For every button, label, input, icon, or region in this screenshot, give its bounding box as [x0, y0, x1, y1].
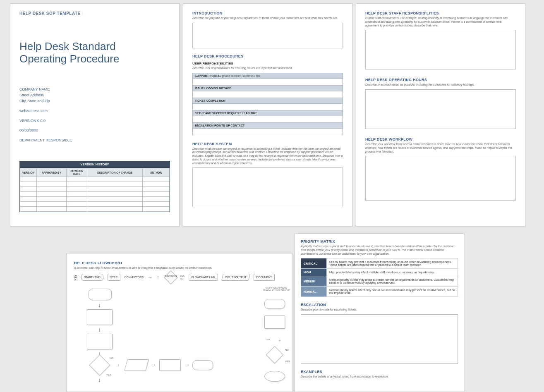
- pm-label-medium: MEDIUM: [301, 276, 327, 287]
- hours-heading: HELP DESK OPERATING HOURS: [365, 78, 516, 82]
- arrow-up-icon: ↑: [157, 275, 159, 280]
- procedures-table: SUPPORT PORTAL phone number / address / …: [192, 73, 343, 135]
- staff-resp-textbox[interactable]: [365, 30, 516, 69]
- pm-desc-high: High priority tickets may affect multipl…: [327, 269, 458, 276]
- flow-decision-shape[interactable]: [92, 358, 107, 373]
- pm-row-high: HIGH High priority tickets may affect mu…: [301, 269, 458, 276]
- proc-row-input[interactable]: [193, 116, 343, 122]
- company-street: Street Address: [19, 93, 170, 98]
- doc-title-line2: Operating Procedure: [19, 53, 170, 65]
- vh-col-author: AUTHOR: [143, 168, 170, 177]
- date-text: 00/00/0000: [19, 128, 170, 134]
- pm-row-critical: CRITICAL Critical tickets may prevent a …: [301, 258, 458, 269]
- system-textbox[interactable]: [192, 167, 343, 207]
- proc-row-label: SETUP AND SUPPORT REQUEST LEAD TIME: [193, 110, 343, 116]
- workflow-textbox[interactable]: [365, 156, 516, 201]
- staff-resp-heading: HELP DESK STAFF RESPONSIBILITIES: [365, 11, 516, 15]
- pm-row-normal: NORMAL Normal priority tickets affect on…: [301, 287, 458, 297]
- pm-desc-normal: Normal priority tickets affect only one …: [327, 287, 458, 297]
- version-history-header: VERSION HISTORY: [20, 161, 170, 168]
- page-priority: PRIORITY MATRIX A priority matrix helps …: [295, 233, 464, 392]
- palette-start-shape[interactable]: [264, 299, 285, 309]
- flow-start-shape[interactable]: [89, 289, 112, 300]
- vh-col-revdate: REVISION DATE: [66, 168, 87, 177]
- arrow-right-icon: →: [184, 362, 190, 368]
- vh-row: [20, 187, 170, 192]
- pm-label-normal: NORMAL: [301, 287, 327, 297]
- key-step: STEP: [108, 274, 120, 281]
- company-name: COMPANY NAME: [19, 87, 170, 93]
- vh-col-version: VERSION: [20, 168, 37, 177]
- vh-row: [20, 207, 170, 212]
- flowchart-heading: HELP DESK FLOWCHART: [74, 261, 285, 265]
- flowchart-canvas: ↓ ↓ ↓ NO YES ↓ → → → COPY AND PASTE BLAN…: [74, 287, 285, 386]
- workflow-heading: HELP DESK WORKFLOW: [365, 137, 516, 141]
- vh-row: [20, 192, 170, 197]
- key-label: KEY: [74, 275, 77, 280]
- workflow-desc: Describe your workflow from when a custo…: [365, 143, 516, 153]
- vh-row: [20, 197, 170, 202]
- yes-label: YES: [106, 373, 111, 376]
- escalation-heading: ESCALATION: [301, 303, 458, 307]
- system-heading: HELP DESK SYSTEM: [192, 142, 343, 146]
- pm-desc-critical: Critical tickets may prevent a customer …: [327, 258, 458, 269]
- priority-matrix-desc: A priority matrix helps support staff to…: [301, 245, 458, 256]
- pm-label-critical: CRITICAL: [301, 258, 327, 269]
- flowchart-key: KEY START / END STEP CONNECTORS → ↑ DECI…: [74, 272, 285, 282]
- arrow-right-icon: →: [115, 362, 120, 368]
- arrow-right-icon: →: [151, 362, 156, 368]
- hours-desc: Describe in as much detail as possible, …: [365, 83, 516, 87]
- vh-row: [20, 202, 170, 207]
- introduction-textbox[interactable]: [192, 23, 343, 48]
- flow-end-shape[interactable]: [192, 360, 213, 370]
- palette-step-shape[interactable]: [264, 316, 285, 329]
- examples-heading: EXAMPLES: [301, 370, 458, 374]
- system-desc: Describe what the user can expect in res…: [192, 147, 343, 165]
- escalation-textbox[interactable]: [301, 314, 458, 364]
- proc-row-input[interactable]: [193, 91, 343, 98]
- version-history-table: VERSION HISTORY VERSION APPROVED BY REVI…: [19, 161, 170, 212]
- version-text: VERSION 0.0.0: [19, 118, 170, 124]
- key-decision: DECISION: [163, 272, 178, 282]
- vh-col-approved: APPROVED BY: [36, 168, 66, 177]
- copy-paste-label: COPY AND PASTE BLANK ICONS BELOW: [262, 287, 291, 292]
- key-start-end: START / END: [81, 274, 103, 281]
- no-label: NO: [110, 357, 113, 359]
- page-staff: HELP DESK STAFF RESPONSIBILITIES Outline…: [356, 3, 525, 227]
- arrow-right-icon: →: [148, 275, 153, 280]
- arrow-down-icon: ↓: [98, 377, 101, 383]
- arrow-down-icon: ↓: [98, 302, 101, 308]
- vh-col-desc: DESCRIPTION OF CHANGE: [87, 168, 143, 177]
- flow-step-shape[interactable]: [159, 359, 181, 371]
- palette-ellipse-shape[interactable]: [264, 371, 285, 382]
- pm-label-high: HIGH: [301, 269, 327, 276]
- page-cover: HELP DESK SOP TEMPLATE Help Desk Standar…: [10, 3, 180, 227]
- proc-row-label: TICKET COMPLETION: [193, 98, 343, 103]
- staff-resp-desc: Outline staff commitments. For example, …: [365, 17, 516, 27]
- flow-step-shape[interactable]: [87, 309, 113, 325]
- pm-desc-medium: Medium priority tickets may affect a lim…: [327, 276, 458, 287]
- key-input-output: INPUT / OUTPUT: [221, 274, 250, 281]
- hours-textbox[interactable]: [365, 89, 516, 129]
- doc-title-line1: Help Desk Standard: [19, 41, 170, 53]
- flow-io-shape[interactable]: [124, 359, 149, 371]
- procedures-heading: HELP DESK PROCEDURES: [192, 54, 343, 58]
- palette-decision-shape[interactable]: [268, 349, 281, 361]
- key-document: DOCUMENT: [254, 274, 275, 281]
- template-label: HELP DESK SOP TEMPLATE: [19, 11, 170, 16]
- pm-row-medium: MEDIUM Medium priority tickets may affec…: [301, 276, 458, 287]
- yes-label: YES: [285, 360, 290, 363]
- company-meta: COMPANY NAME Street Address City, State …: [19, 87, 170, 144]
- escalation-desc: Describe your formula for escalating tic…: [301, 308, 458, 312]
- arrow-right-icon: →: [265, 336, 271, 342]
- proc-row-input[interactable]: [193, 79, 343, 85]
- proc-row-input[interactable]: [193, 128, 343, 135]
- proc-row-input[interactable]: [193, 103, 343, 110]
- examples-desc: Describe the details of a typical ticket…: [301, 375, 458, 379]
- company-city: City, State and Zip: [19, 98, 170, 104]
- flow-step-shape[interactable]: [87, 334, 113, 349]
- user-resp-subheading: USER RESPONSIBILITIES: [192, 62, 343, 65]
- arrow-down-icon: ↓: [278, 336, 281, 342]
- key-connectors-label: CONNECTORS: [125, 276, 144, 279]
- proc-row-label: ESCALATION POINTS OF CONTACT: [193, 122, 343, 128]
